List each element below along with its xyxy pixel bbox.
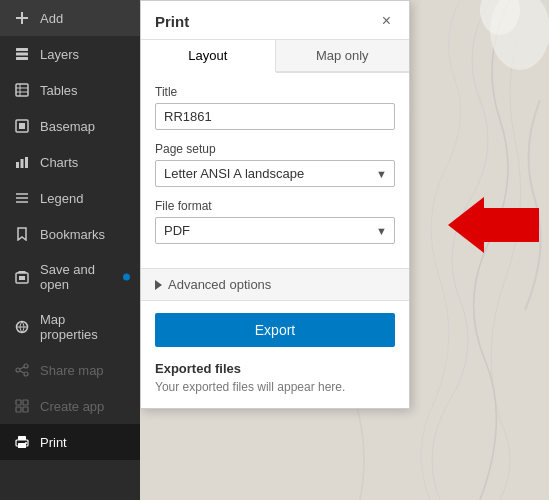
sidebar-item-label: Tables (40, 83, 78, 98)
file-format-group: File format PDFPNG32PNG8JPGGIFEPSSVG ▼ (155, 199, 395, 244)
svg-line-24 (20, 367, 24, 369)
print-form: Title Page setup Letter ANSI A landscape… (141, 73, 409, 268)
exported-files-description: Your exported files will appear here. (155, 380, 395, 394)
svg-rect-29 (23, 407, 28, 412)
sidebar-item-tables[interactable]: Tables (0, 72, 140, 108)
print-panel-title: Print (155, 13, 189, 30)
sidebar-item-map-properties[interactable]: Map properties (0, 302, 140, 352)
file-format-select[interactable]: PDFPNG32PNG8JPGGIFEPSSVG (155, 217, 395, 244)
create-app-icon (14, 398, 30, 414)
tab-bar: Layout Map only (141, 40, 409, 73)
print-icon (14, 434, 30, 450)
advanced-options-label: Advanced options (168, 277, 271, 292)
page-setup-select[interactable]: Letter ANSI A landscapeLetter ANSI A por… (155, 160, 395, 187)
page-setup-label: Page setup (155, 142, 395, 156)
sidebar-item-charts[interactable]: Charts (0, 144, 140, 180)
tables-icon (14, 82, 30, 98)
sidebar-item-basemap[interactable]: Basemap (0, 108, 140, 144)
map-area: Print × Layout Map only Title Page setup… (140, 0, 549, 500)
exported-files-section: Exported files Your exported files will … (141, 361, 409, 408)
file-format-select-wrapper: PDFPNG32PNG8JPGGIFEPSSVG ▼ (155, 217, 395, 244)
sidebar-item-create-app: Create app (0, 388, 140, 424)
title-input[interactable] (155, 103, 395, 130)
svg-point-22 (16, 368, 20, 372)
save-and-open-icon (14, 269, 30, 285)
sidebar-item-label: Print (40, 435, 67, 450)
map-properties-icon (14, 319, 30, 335)
arrow-head-icon (448, 197, 484, 253)
exported-files-title: Exported files (155, 361, 395, 376)
print-panel: Print × Layout Map only Title Page setup… (140, 0, 410, 409)
arrow-indicator (448, 197, 539, 253)
svg-rect-11 (16, 162, 19, 168)
charts-icon (14, 154, 30, 170)
svg-rect-32 (18, 443, 26, 448)
title-label: Title (155, 85, 395, 99)
svg-rect-12 (21, 159, 24, 168)
notification-dot (123, 274, 130, 281)
svg-rect-2 (16, 48, 28, 51)
svg-rect-26 (16, 400, 21, 405)
sidebar-item-label: Map properties (40, 312, 126, 342)
sidebar-item-label: Layers (40, 47, 79, 62)
sidebar-item-label: Create app (40, 399, 104, 414)
sidebar-item-layers[interactable]: Layers (0, 36, 140, 72)
layers-icon (14, 46, 30, 62)
sidebar-item-share-map: Share map (0, 352, 140, 388)
export-button[interactable]: Export (155, 313, 395, 347)
sidebar-item-legend[interactable]: Legend (0, 180, 140, 216)
svg-rect-27 (23, 400, 28, 405)
file-format-label: File format (155, 199, 395, 213)
legend-icon (14, 190, 30, 206)
sidebar-item-label: Save and open (40, 262, 126, 292)
svg-rect-10 (19, 123, 25, 129)
svg-line-25 (20, 371, 24, 373)
basemap-icon (14, 118, 30, 134)
svg-rect-5 (16, 84, 28, 96)
print-panel-header: Print × (141, 1, 409, 40)
sidebar-item-label: Charts (40, 155, 78, 170)
arrow-body (484, 208, 539, 242)
page-setup-select-wrapper: Letter ANSI A landscapeLetter ANSI A por… (155, 160, 395, 187)
sidebar: Add Layers Tables Basemap Charts Legend (0, 0, 140, 500)
tab-layout[interactable]: Layout (141, 40, 276, 73)
svg-point-33 (25, 442, 27, 444)
tab-map-only[interactable]: Map only (276, 40, 410, 71)
svg-point-23 (24, 372, 28, 376)
sidebar-item-add[interactable]: Add (0, 0, 140, 36)
sidebar-item-label: Basemap (40, 119, 95, 134)
bookmarks-icon (14, 226, 30, 242)
svg-rect-4 (16, 57, 28, 60)
sidebar-item-print[interactable]: Print (0, 424, 140, 460)
page-setup-group: Page setup Letter ANSI A landscapeLetter… (155, 142, 395, 187)
sidebar-item-label: Share map (40, 363, 104, 378)
svg-rect-18 (19, 276, 25, 280)
sidebar-item-save-and-open[interactable]: Save and open (0, 252, 140, 302)
close-button[interactable]: × (378, 11, 395, 31)
share-map-icon (14, 362, 30, 378)
sidebar-item-bookmarks[interactable]: Bookmarks (0, 216, 140, 252)
svg-rect-30 (18, 436, 26, 440)
title-group: Title (155, 85, 395, 130)
sidebar-item-label: Legend (40, 191, 83, 206)
add-icon (14, 10, 30, 26)
advanced-options-toggle[interactable]: Advanced options (141, 268, 409, 301)
svg-rect-28 (16, 407, 21, 412)
sidebar-item-label: Bookmarks (40, 227, 105, 242)
svg-rect-13 (25, 157, 28, 168)
svg-point-21 (24, 364, 28, 368)
triangle-right-icon (155, 280, 162, 290)
svg-rect-3 (16, 53, 28, 56)
sidebar-item-label: Add (40, 11, 63, 26)
